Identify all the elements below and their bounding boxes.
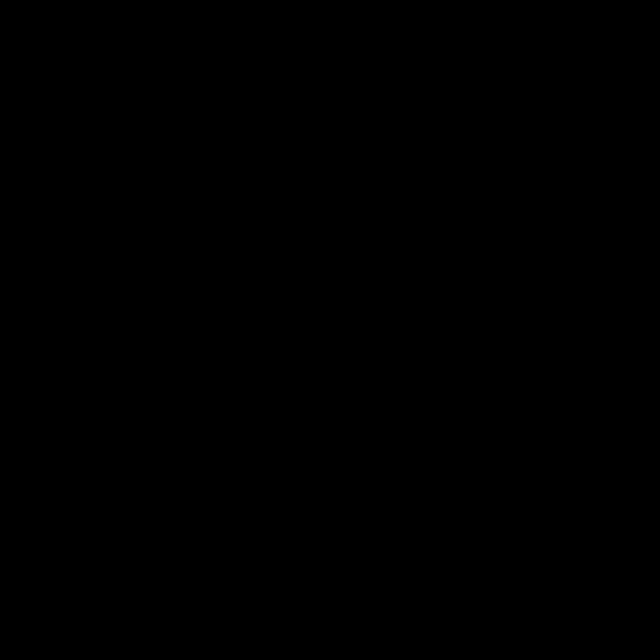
chart-frame: { "watermark": "TheBottleneck.com", "col… bbox=[0, 0, 644, 644]
optimal-point-marker bbox=[0, 0, 10, 6]
bottleneck-chart bbox=[0, 0, 644, 644]
